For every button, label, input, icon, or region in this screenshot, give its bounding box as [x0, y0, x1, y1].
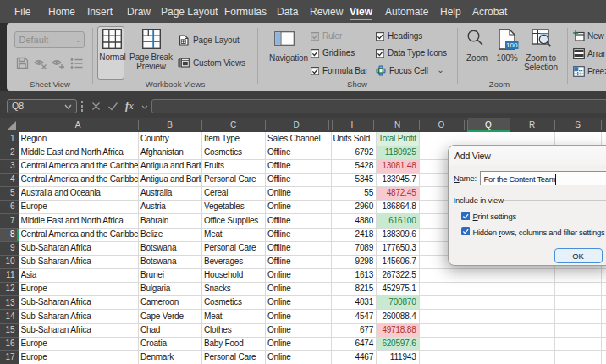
svg-text:100: 100: [506, 41, 518, 49]
